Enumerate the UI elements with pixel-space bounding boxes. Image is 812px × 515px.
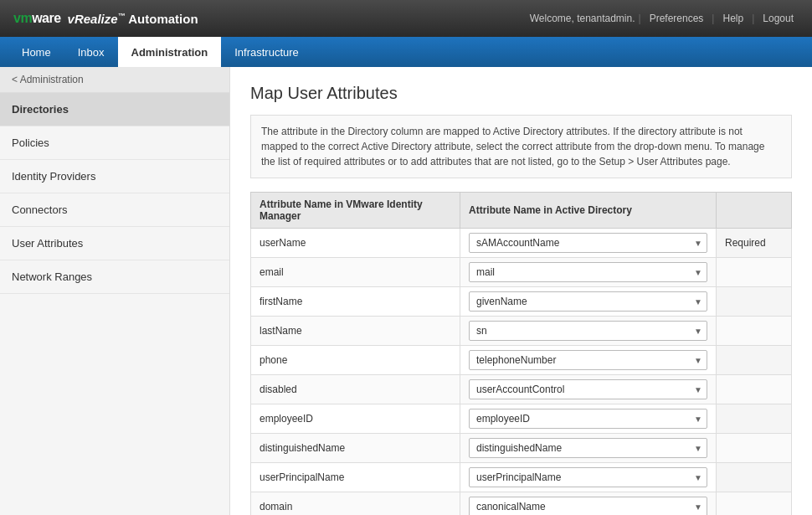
table-row: userNamesAMAccountName▼Required — [251, 229, 792, 258]
sidebar-item-connectors[interactable]: Connectors — [0, 193, 229, 227]
sidebar-item-policies[interactable]: Policies — [0, 126, 229, 160]
ad-attr-select[interactable]: distinguishedName — [469, 438, 707, 458]
nav-home[interactable]: Home — [8, 37, 64, 67]
col-vmware-attr: Attribute Name in VMware Identity Manage… — [251, 193, 460, 229]
sidebar-header[interactable]: < Administration — [0, 67, 229, 93]
vmware-attr-name: disabled — [251, 375, 460, 404]
required-cell — [717, 375, 792, 404]
required-cell — [717, 434, 792, 463]
table-row: lastNamesn▼ — [251, 317, 792, 346]
topbar-right: Welcome, tenantadmin. | Preferences | He… — [530, 13, 799, 24]
ad-attr-select-cell: userPrincipalName▼ — [460, 463, 717, 492]
required-cell — [717, 404, 792, 434]
table-row: phonetelephoneNumber▼ — [251, 346, 792, 375]
vmware-attr-name: userPrincipalName — [251, 463, 460, 492]
welcome-text: Welcome, tenantadmin. — [530, 13, 635, 24]
vmware-attr-name: domain — [251, 492, 460, 516]
ad-attr-select-cell: sn▼ — [460, 317, 717, 346]
main-layout: < Administration Directories Policies Id… — [0, 67, 812, 515]
logo: vmware vRealize™ Automation — [13, 11, 198, 26]
required-cell — [717, 258, 792, 287]
ad-attr-select[interactable]: mail — [469, 262, 707, 282]
col-required — [717, 193, 792, 229]
vmware-attr-name: phone — [251, 346, 460, 375]
vmware-attr-name: lastName — [251, 317, 460, 346]
ad-attr-select[interactable]: sn — [469, 321, 707, 341]
table-row: domaincanonicalName▼ — [251, 492, 792, 516]
description-text: The attribute in the Directory column ar… — [250, 115, 792, 178]
ad-attr-select[interactable]: sAMAccountName — [469, 233, 707, 253]
help-link[interactable]: Help — [717, 13, 748, 24]
ad-attr-select-cell: userAccountControl▼ — [460, 375, 717, 404]
content-area: Map User Attributes The attribute in the… — [230, 67, 812, 515]
required-cell — [717, 317, 792, 346]
page-title: Map User Attributes — [250, 84, 792, 103]
table-row: userPrincipalNameuserPrincipalName▼ — [251, 463, 792, 492]
vmware-attr-name: employeeID — [251, 404, 460, 434]
sidebar-item-directories[interactable]: Directories — [0, 93, 229, 126]
ad-attr-select-cell: sAMAccountName▼ — [460, 229, 717, 258]
ad-attr-select[interactable]: canonicalName — [469, 497, 707, 515]
preferences-link[interactable]: Preferences — [645, 13, 709, 24]
sidebar-item-identity-providers[interactable]: Identity Providers — [0, 160, 229, 193]
navbar: Home Inbox Administration Infrastructure — [0, 37, 812, 67]
ad-attr-select-cell: mail▼ — [460, 258, 717, 287]
attributes-table: Attribute Name in VMware Identity Manage… — [250, 192, 792, 515]
required-cell — [717, 492, 792, 516]
vmware-attr-name: firstName — [251, 287, 460, 317]
sidebar-item-network-ranges[interactable]: Network Ranges — [0, 260, 229, 294]
sidebar-item-user-attributes[interactable]: User Attributes — [0, 227, 229, 260]
ad-attr-select-cell: givenName▼ — [460, 287, 717, 317]
logo-vm: vmware — [13, 11, 61, 26]
topbar: vmware vRealize™ Automation Welcome, ten… — [0, 0, 812, 37]
ad-attr-select-cell: employeeID▼ — [460, 404, 717, 434]
table-row: emailmail▼ — [251, 258, 792, 287]
vmware-attr-name: distinguishedName — [251, 434, 460, 463]
ad-attr-select[interactable]: userPrincipalName — [469, 467, 707, 487]
ad-attr-select[interactable]: employeeID — [469, 409, 707, 429]
col-ad-attr: Attribute Name in Active Directory — [460, 193, 717, 229]
ad-attr-select[interactable]: telephoneNumber — [469, 350, 707, 370]
nav-administration[interactable]: Administration — [118, 37, 222, 67]
table-row: firstNamegivenName▼ — [251, 287, 792, 317]
ad-attr-select[interactable]: userAccountControl — [469, 379, 707, 399]
table-row: employeeIDemployeeID▼ — [251, 404, 792, 434]
ad-attr-select[interactable]: givenName — [469, 291, 707, 312]
vmware-attr-name: email — [251, 258, 460, 287]
table-row: distinguishedNamedistinguishedName▼ — [251, 434, 792, 463]
required-cell — [717, 287, 792, 317]
sidebar: < Administration Directories Policies Id… — [0, 67, 230, 515]
ad-attr-select-cell: canonicalName▼ — [460, 492, 717, 516]
logout-link[interactable]: Logout — [758, 13, 799, 24]
vmware-attr-name: userName — [251, 229, 460, 258]
required-cell — [717, 463, 792, 492]
ad-attr-select-cell: distinguishedName▼ — [460, 434, 717, 463]
logo-vrealize: vRealize™ Automation — [68, 12, 198, 26]
nav-infrastructure[interactable]: Infrastructure — [221, 37, 312, 67]
nav-inbox[interactable]: Inbox — [64, 37, 118, 67]
ad-attr-select-cell: telephoneNumber▼ — [460, 346, 717, 375]
required-cell: Required — [717, 229, 792, 258]
table-row: disableduserAccountControl▼ — [251, 375, 792, 404]
required-cell — [717, 346, 792, 375]
